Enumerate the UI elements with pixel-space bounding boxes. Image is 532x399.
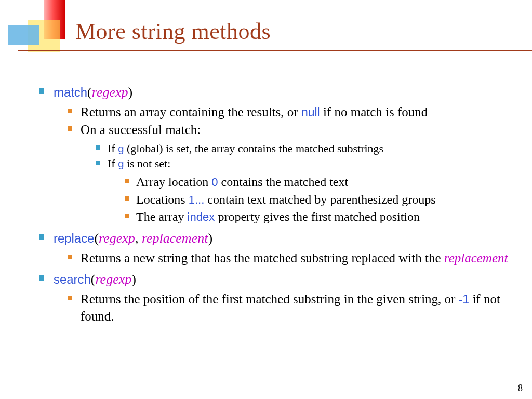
search-returns: Returns the position of the first matche…	[68, 290, 511, 326]
slide-body: match(regexp) Returns an array containin…	[39, 83, 511, 328]
array-index: The array index property gives the first…	[125, 208, 511, 226]
item-search: search(regexp) Returns the position of t…	[39, 270, 511, 326]
text: Returns an array containing the results,…	[81, 103, 428, 121]
bullet-icon	[68, 109, 72, 113]
bullet-icon	[125, 196, 129, 201]
search-signature: search(regexp)	[54, 270, 136, 288]
bullet-icon	[125, 179, 129, 183]
text: Returns the position of the first matche…	[81, 290, 511, 326]
text: If g (global) is set, the array contains…	[108, 141, 383, 156]
bullet-icon	[39, 275, 44, 281]
slide-title: More string methods	[75, 18, 271, 45]
page-number: 8	[518, 383, 523, 394]
text: Array location 0 contains the matched te…	[136, 174, 348, 191]
bullet-icon	[125, 214, 129, 218]
decor-blue-block	[8, 25, 39, 45]
bullet-icon	[96, 161, 100, 165]
bullet-icon	[39, 88, 44, 94]
text: Locations 1... contain text matched by p…	[136, 191, 436, 209]
bullet-icon	[68, 126, 72, 131]
item-match: match(regexp) Returns an array containin…	[39, 83, 511, 226]
item-replace: replace(regexp, replacement) Returns a n…	[39, 229, 511, 267]
bullet-icon	[39, 234, 44, 240]
slide-header: More string methods	[0, 0, 532, 60]
text: On a successful match:	[81, 121, 201, 139]
text: If g is not set:	[108, 156, 170, 171]
bullet-icon	[96, 145, 100, 150]
match-signature: match(regexp)	[54, 83, 132, 101]
match-success: On a successful match: If g (global) is …	[68, 121, 511, 226]
replace-returns: Returns a new string that has the matche…	[68, 249, 511, 267]
array-loc-0: Array location 0 contains the matched te…	[125, 174, 511, 191]
array-loc-1: Locations 1... contain text matched by p…	[125, 191, 511, 209]
bullet-icon	[68, 296, 72, 300]
title-rule	[18, 50, 532, 51]
g-not-set: If g is not set: Array location 0 contai…	[96, 156, 511, 225]
bullet-icon	[68, 255, 72, 259]
replace-signature: replace(regexp, replacement)	[54, 229, 212, 247]
text: The array index property gives the first…	[136, 208, 420, 226]
text: Returns a new string that has the matche…	[81, 249, 508, 267]
g-set: If g (global) is set, the array contains…	[96, 141, 511, 156]
match-returns: Returns an array containing the results,…	[68, 103, 511, 121]
